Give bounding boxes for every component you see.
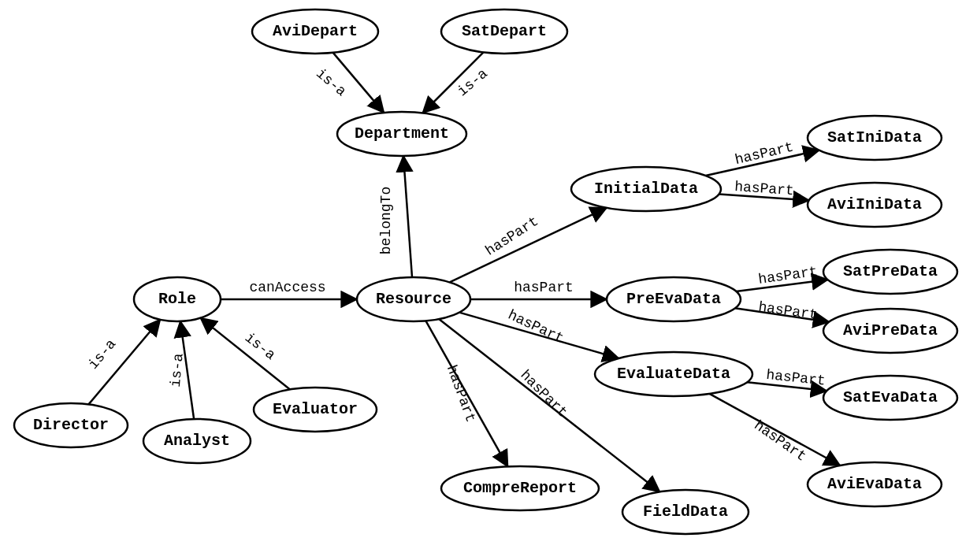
ontology-diagram: is-ais-abelongTocanAccessis-ais-ais-ahas… xyxy=(0,0,977,560)
node-label: Role xyxy=(158,290,196,308)
node-AviPreData: AviPreData xyxy=(823,309,957,353)
node-label: Resource xyxy=(376,290,451,308)
node-label: Director xyxy=(33,416,109,434)
node-Department: Department xyxy=(337,112,466,156)
node-Analyst: Analyst xyxy=(143,419,251,463)
node-label: EvaluateData xyxy=(617,365,730,383)
edge-label: is-a xyxy=(455,65,491,99)
edge-label: hasPart xyxy=(757,299,819,323)
node-label: AviDepart xyxy=(273,22,358,40)
edge-label: is-a xyxy=(168,352,187,388)
node-label: Evaluator xyxy=(273,400,358,418)
node-InitialData: InitialData xyxy=(571,167,721,211)
node-SatDepart: SatDepart xyxy=(441,9,567,54)
edge-label: belongTo xyxy=(378,187,394,254)
node-label: SatEvaData xyxy=(843,388,938,406)
node-FieldData: FieldData xyxy=(622,490,749,534)
node-SatIniData: SatIniData xyxy=(808,116,942,160)
edge-label: hasPart xyxy=(444,363,479,425)
node-EvaluateData: EvaluateData xyxy=(595,352,752,396)
node-label: PreEvaData xyxy=(626,290,721,308)
edge-label: hasPart xyxy=(514,280,574,295)
node-label: CompreReport xyxy=(463,479,577,497)
node-Evaluator: Evaluator xyxy=(254,388,377,432)
node-Director: Director xyxy=(14,403,128,447)
node-label: AviPreData xyxy=(843,321,938,339)
node-SatEvaData: SatEvaData xyxy=(823,376,957,420)
node-Resource: Resource xyxy=(357,277,470,321)
node-label: Department xyxy=(355,124,449,143)
edge-label: hasPart xyxy=(517,367,570,421)
node-PreEvaData: PreEvaData xyxy=(607,277,741,321)
node-AviIniData: AviIniData xyxy=(808,183,942,227)
edge-label: is-a xyxy=(313,65,349,99)
node-label: InitialData xyxy=(594,180,698,198)
node-AviEvaData: AviEvaData xyxy=(808,462,942,506)
edge-label: canAccess xyxy=(249,280,325,295)
node-label: AviEvaData xyxy=(827,475,922,493)
edge-label: hasPart xyxy=(506,307,567,347)
node-label: Analyst xyxy=(164,432,230,450)
node-label: SatDepart xyxy=(462,22,547,40)
edge-Evaluator-Role xyxy=(201,318,291,390)
edge-Resource-Department xyxy=(403,156,412,277)
node-label: AviIniData xyxy=(827,195,922,213)
node-label: SatIniData xyxy=(827,128,922,146)
node-SatPreData: SatPreData xyxy=(823,250,957,294)
edge-label: hasPart xyxy=(751,417,808,465)
node-AviDepart: AviDepart xyxy=(252,9,378,54)
node-CompreReport: CompreReport xyxy=(441,466,599,510)
node-label: FieldData xyxy=(643,503,728,521)
node-label: SatPreData xyxy=(843,262,938,280)
edge-label: is-a xyxy=(242,330,279,363)
node-Role: Role xyxy=(134,277,221,321)
edge-label: is-a xyxy=(85,336,119,373)
